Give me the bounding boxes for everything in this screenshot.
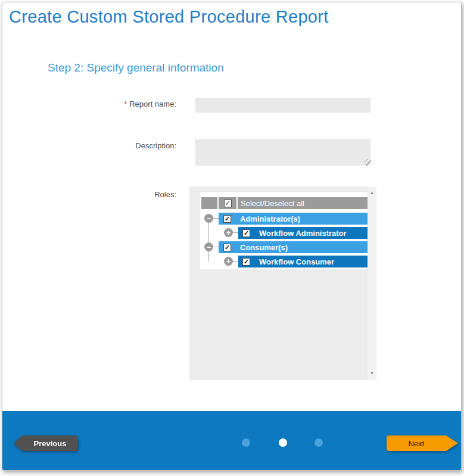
previous-button-label: Previous [34,439,67,448]
required-marker: * [124,100,127,108]
collapse-glyph: − [207,215,211,222]
administrators-checkbox[interactable]: ✓ [223,215,231,223]
tree-connector-line [233,232,238,233]
tree-row-workflow-administrator[interactable]: ✓ Workflow Administrator [238,227,368,239]
page-title: Create Custom Stored Procedure Report [9,7,329,27]
roles-label: Roles: [2,190,176,199]
expand-glyph: + [226,258,231,265]
wizard-dialog: Create Custom Stored Procedure Report St… [2,2,462,471]
tree-row-label: Workflow Administrator [259,229,347,238]
report-name-label-text: Report name: [129,99,176,108]
check-icon: ✓ [244,230,249,237]
step-dot-2-active [279,438,287,447]
expand-icon[interactable]: + [224,257,233,266]
expand-glyph: + [226,229,231,237]
check-icon: ✓ [225,216,230,222]
tree-header-stub [201,197,217,209]
tree-row-consumers[interactable]: ✓ Consumer(s) [219,241,368,253]
description-label-text: Description: [135,141,176,150]
next-button-label: Next [409,439,425,448]
roles-scrollbar[interactable]: ▲ ▼ [368,186,376,380]
step-dot-3 [314,438,323,447]
tree-row-label: Consumer(s) [240,243,288,252]
tree-connector-line [213,247,219,247]
tree-row-label: Workflow Consumer [259,257,334,266]
tree-connector-line [208,223,209,242]
report-name-input[interactable] [195,98,370,113]
check-icon: ✓ [244,259,249,265]
wizard-footer: Previous Next [2,411,461,470]
select-all-checkbox[interactable]: ✓ [224,200,232,207]
next-button[interactable]: Next [387,435,446,451]
textarea-resize-grip-icon[interactable] [365,159,371,166]
step-heading: Step 2: Specify general information [48,61,224,74]
tree-connector-line [233,261,238,262]
roles-panel: ✓ Select/Deselect all − ✓ Administrator(… [189,186,376,380]
check-icon: ✓ [225,244,230,251]
description-label: Description: [2,141,176,150]
roles-label-text: Roles: [154,190,176,199]
consumers-checkbox[interactable]: ✓ [223,244,231,251]
tree-row-administrators[interactable]: ✓ Administrator(s) [219,213,368,225]
roles-tree: ✓ Select/Deselect all − ✓ Administrator(… [200,192,368,269]
workflow-administrator-checkbox[interactable]: ✓ [242,229,250,237]
workflow-consumer-checkbox[interactable]: ✓ [242,258,250,266]
report-name-label: *Report name: [2,99,176,108]
collapse-icon[interactable]: − [204,214,213,223]
collapse-glyph: − [207,244,211,251]
scroll-down-icon[interactable]: ▼ [368,369,376,378]
tree-connector-line [208,251,209,262]
collapse-icon[interactable]: − [204,242,213,251]
tree-row-label: Administrator(s) [240,214,300,223]
expand-icon[interactable]: + [224,228,233,237]
scroll-up-icon[interactable]: ▲ [368,189,376,197]
previous-button[interactable]: Previous [22,435,78,451]
description-input[interactable] [195,139,370,166]
select-all-label: Select/Deselect all [241,199,304,208]
check-icon: ✓ [225,200,230,207]
tree-row-workflow-consumer[interactable]: ✓ Workflow Consumer [238,256,368,267]
tree-header-checkbox-cell: ✓ [219,197,236,209]
tree-connector-line [213,218,219,219]
step-dot-1 [242,438,250,447]
tree-header-row[interactable]: Select/Deselect all [238,197,368,209]
